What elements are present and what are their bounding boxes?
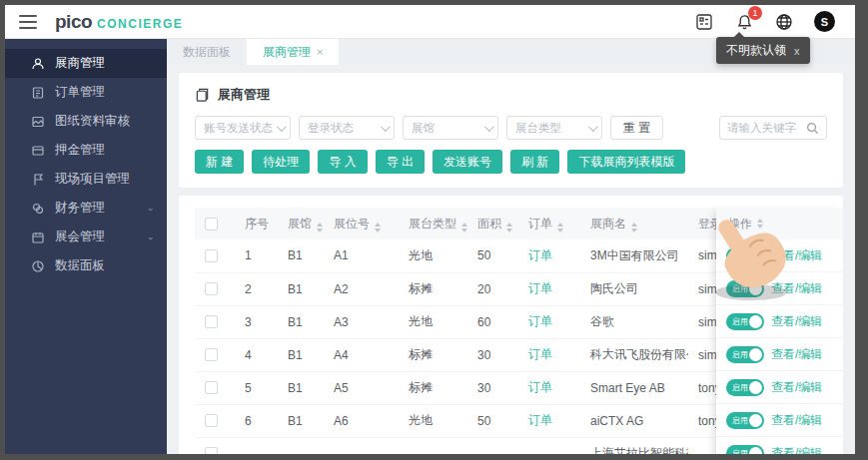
row-checkbox[interactable]	[205, 348, 218, 361]
tab-data-dashboard[interactable]: 数据面板	[167, 39, 247, 65]
filter-account-status[interactable]: 账号发送状态	[195, 116, 291, 140]
toggle-knob	[749, 414, 762, 427]
view-edit-link[interactable]: 查看/编辑	[771, 445, 822, 455]
sidebar-item-finance-mgmt[interactable]: 财务管理⌄	[5, 194, 167, 223]
order-link[interactable]: 订单	[528, 380, 552, 394]
send-account-button[interactable]: 发送账号	[433, 150, 502, 174]
row-checkbox[interactable]	[205, 414, 218, 427]
order-link[interactable]: 订单	[528, 248, 552, 262]
toggle-label: 启用	[732, 283, 748, 294]
cell-area	[467, 437, 518, 454]
enable-toggle[interactable]: 启用	[726, 313, 764, 330]
notifications-bell-icon[interactable]: 1	[734, 12, 754, 32]
order-link[interactable]: 订单	[528, 413, 552, 427]
view-edit-link[interactable]: 查看/编辑	[771, 346, 822, 363]
keyword-search-input[interactable]: 请输入关键字	[719, 116, 827, 140]
sidebar-item-label: 押金管理	[55, 142, 105, 159]
export-button[interactable]: 导 出	[376, 150, 425, 174]
search-icon	[806, 122, 819, 135]
sort-icon[interactable]	[757, 219, 763, 229]
filter-login-status[interactable]: 登录状态	[299, 116, 395, 140]
import-button[interactable]: 导 入	[318, 150, 367, 174]
view-edit-link[interactable]: 查看/编辑	[771, 280, 822, 297]
order-link[interactable]: 订单	[528, 347, 552, 361]
tooltip-close-icon[interactable]: x	[794, 45, 800, 57]
logo-primary: pico	[55, 11, 92, 33]
chevron-down-icon: ⌄	[147, 232, 155, 241]
row-select-cell	[195, 272, 235, 305]
sidebar-item-order-mgmt[interactable]: 订单管理	[5, 78, 167, 107]
enable-toggle[interactable]: 启用	[726, 379, 764, 396]
toggle-knob	[749, 348, 762, 361]
row-checkbox[interactable]	[205, 381, 218, 394]
exhibitor-mgmt-icon	[31, 57, 45, 71]
view-edit-link[interactable]: 查看/编辑	[771, 379, 822, 396]
tab-close-icon[interactable]: ×	[317, 46, 323, 58]
cell-hall	[278, 437, 324, 454]
cell-no: 6	[235, 404, 278, 437]
select-all-header	[195, 208, 235, 239]
operations-fixed-column: 操作 启用查看/编辑启用查看/编辑启用查看/编辑启用查看/编辑启用查看/编辑启用…	[716, 208, 843, 454]
enable-toggle[interactable]: 启用	[726, 412, 764, 429]
tab-label: 展商管理	[263, 44, 311, 61]
cell-area: 20	[467, 272, 518, 305]
cell-hall: B1	[278, 272, 324, 305]
cell-booth: A1	[324, 239, 399, 272]
sort-icon[interactable]	[631, 223, 637, 232]
toggle-knob	[749, 315, 762, 328]
claim-icon[interactable]	[694, 12, 714, 32]
column-header-label: 展馆	[288, 217, 312, 230]
order-link[interactable]: 订单	[528, 314, 552, 328]
view-edit-link[interactable]: 查看/编辑	[771, 247, 822, 264]
order-link[interactable]: 订单	[528, 281, 552, 295]
sidebar-item-exhibitor-mgmt[interactable]: 展商管理	[5, 49, 167, 78]
tab-label: 数据面板	[183, 44, 231, 61]
menu-toggle-icon[interactable]	[19, 15, 37, 29]
reset-button[interactable]: 重 置	[610, 116, 663, 140]
toggle-label: 启用	[732, 448, 748, 455]
select-all-checkbox[interactable]	[205, 218, 218, 230]
sidebar-item-exhibition-mgmt[interactable]: 展会管理⌄	[5, 223, 167, 251]
row-checkbox[interactable]	[205, 315, 218, 328]
download-template-button[interactable]: 下载展商列表模版	[567, 150, 685, 174]
filter-booth-type[interactable]: 展台类型	[506, 116, 602, 140]
cell-no: 3	[235, 305, 278, 338]
row-checkbox[interactable]	[205, 447, 218, 454]
cell-no: 4	[235, 338, 278, 371]
enable-toggle[interactable]: 启用	[726, 445, 764, 455]
sort-icon[interactable]	[317, 223, 323, 232]
data-dashboard-icon	[31, 259, 45, 273]
chevron-down-icon	[484, 122, 494, 132]
row-checkbox[interactable]	[205, 249, 218, 262]
enable-toggle[interactable]: 启用	[726, 346, 764, 363]
sort-icon[interactable]	[375, 223, 381, 232]
cell-order: 订单	[518, 371, 580, 404]
user-avatar[interactable]: S	[814, 11, 835, 32]
tab-exhibitor-mgmt[interactable]: 展商管理×	[247, 39, 339, 65]
sidebar-item-data-dashboard[interactable]: 数据面板	[5, 251, 167, 280]
sort-icon[interactable]	[506, 223, 512, 232]
sidebar-item-onsite-project-mgmt[interactable]: 现场项目管理	[5, 165, 167, 194]
sidebar-item-drawing-review[interactable]: 图纸资料审核	[5, 107, 167, 136]
chevron-down-icon: ⌄	[147, 204, 155, 213]
language-globe-icon[interactable]	[774, 12, 794, 32]
toggle-label: 启用	[732, 250, 748, 261]
page-title-doc-icon	[195, 87, 210, 103]
refresh-button[interactable]: 刷 新	[510, 150, 559, 174]
enable-toggle[interactable]: 启用	[726, 247, 764, 264]
enable-toggle[interactable]: 启用	[726, 280, 764, 297]
sidebar-item-deposit-mgmt[interactable]: 押金管理	[5, 136, 167, 165]
pending-button[interactable]: 待处理	[252, 150, 310, 174]
view-edit-link[interactable]: 查看/编辑	[771, 313, 822, 330]
view-edit-link[interactable]: 查看/编辑	[771, 412, 822, 429]
sort-icon[interactable]	[557, 223, 563, 232]
toggle-label: 启用	[732, 382, 748, 393]
row-checkbox[interactable]	[205, 282, 218, 295]
column-header: 展台类型	[399, 208, 467, 239]
sort-icon[interactable]	[461, 223, 467, 232]
cell-area: 30	[467, 371, 518, 404]
operations-row: 启用查看/编辑	[716, 338, 843, 371]
new-button[interactable]: 新 建	[195, 150, 244, 174]
sidebar-item-label: 展商管理	[55, 55, 105, 72]
filter-hall[interactable]: 展馆	[403, 116, 498, 140]
